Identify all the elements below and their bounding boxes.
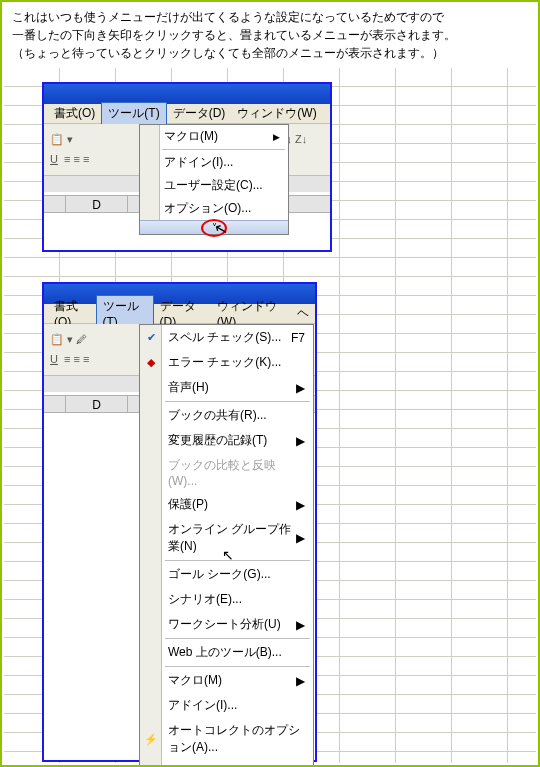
- menu-format[interactable]: 書式(O): [48, 103, 101, 124]
- menu-item-speech[interactable]: 音声(H)▶: [140, 375, 313, 400]
- toolbar-icon-underline[interactable]: U: [50, 353, 58, 365]
- col-d: D: [66, 396, 128, 412]
- toolbar-icon-underline[interactable]: U: [50, 153, 58, 165]
- submenu-arrow-icon: ▶: [296, 531, 305, 545]
- menu-item-macro[interactable]: マクロ(M)▶: [140, 668, 313, 693]
- menu-item-userset[interactable]: ユーザー設定(C)...: [140, 760, 313, 767]
- menu-item-wsanalysis[interactable]: ワークシート分析(U)▶: [140, 612, 313, 637]
- figure-expanded-menu: 書式(O) ツール(T) データ(D) ウィンドウ(W) ヘ 📋 ▾ 🖉 U ≡…: [42, 282, 317, 762]
- menu-item-errorcheck[interactable]: ◆ エラー チェック(K)...: [140, 350, 313, 375]
- autocorrect-icon: ⚡: [143, 731, 159, 747]
- figure-collapsed-menu: 書式(O) ツール(T) データ(D) ウィンドウ(W) 📋 ▾ A↓ Z↓ U…: [42, 82, 332, 252]
- menu-item-spellcheck[interactable]: ✔ スペル チェック(S)...F7: [140, 325, 313, 350]
- tools-menu-collapsed: マクロ(M)▶ アドイン(I)... ユーザー設定(C)... オプション(O)…: [139, 124, 289, 235]
- toolbar-icon-align[interactable]: ≡ ≡ ≡: [64, 153, 89, 165]
- spellcheck-icon: ✔: [143, 330, 159, 346]
- submenu-arrow-icon: ▶: [296, 674, 305, 688]
- menu-item-macro[interactable]: マクロ(M)▶: [140, 125, 288, 148]
- menubar: 書式(O) ツール(T) データ(D) ウィンドウ(W): [44, 104, 330, 124]
- submenu-arrow-icon: ▶: [296, 618, 305, 632]
- menu-item-options[interactable]: オプション(O)...: [140, 197, 288, 220]
- tools-menu-expanded: ✔ スペル チェック(S)...F7 ◆ エラー チェック(K)... 音声(H…: [139, 324, 314, 767]
- menu-item-userset[interactable]: ユーザー設定(C)...: [140, 174, 288, 197]
- window-titlebar: [44, 84, 330, 104]
- menu-item-webtool[interactable]: Web 上のツール(B)...: [140, 640, 313, 665]
- menu-item-online[interactable]: オンライン グループ作業(N)▶: [140, 517, 313, 559]
- menu-item-track[interactable]: 変更履歴の記録(T)▶ ↖: [140, 428, 313, 453]
- submenu-arrow-icon: ▶: [296, 381, 305, 395]
- menu-item-protect[interactable]: 保護(P)▶: [140, 492, 313, 517]
- submenu-arrow-icon: ▶: [296, 434, 305, 448]
- menu-item-addin[interactable]: アドイン(I)...: [140, 693, 313, 718]
- menu-item-share[interactable]: ブックの共有(R)...: [140, 403, 313, 428]
- submenu-arrow-icon: ▶: [296, 498, 305, 512]
- toolbar-icon[interactable]: 📋 ▾ 🖉: [50, 333, 87, 345]
- submenu-arrow-icon: ▶: [273, 132, 280, 142]
- menubar: 書式(O) ツール(T) データ(D) ウィンドウ(W) ヘ: [44, 304, 315, 324]
- menu-item-addin[interactable]: アドイン(I)...: [140, 151, 288, 174]
- error-icon: ◆: [143, 355, 159, 371]
- menu-item-compare: ブックの比較と反映(W)...: [140, 453, 313, 492]
- menu-help[interactable]: ヘ: [291, 303, 315, 324]
- menu-window[interactable]: ウィンドウ(W): [231, 103, 322, 124]
- menu-tools[interactable]: ツール(T): [101, 102, 166, 125]
- intro-text: これはいつも使うメニューだけが出てくるような設定になっているためですので 一番し…: [2, 2, 538, 70]
- col-d: D: [66, 196, 128, 212]
- menu-data[interactable]: データ(D): [167, 103, 232, 124]
- toolbar-icon[interactable]: 📋 ▾: [50, 133, 73, 145]
- menu-item-goalseek[interactable]: ゴール シーク(G)...: [140, 562, 313, 587]
- toolbar-icon-align[interactable]: ≡ ≡ ≡: [64, 353, 89, 365]
- menu-item-scenario[interactable]: シナリオ(E)...: [140, 587, 313, 612]
- menu-item-autocorrect[interactable]: ⚡ オートコレクトのオプション(A)...: [140, 718, 313, 760]
